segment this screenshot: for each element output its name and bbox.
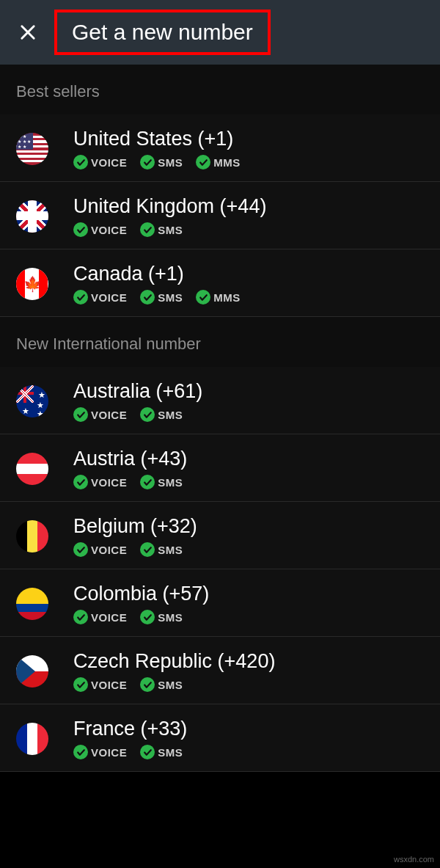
item-content: Austria (+43)VOICESMS <box>73 448 187 489</box>
check-icon <box>196 155 210 169</box>
feature-badge: VOICE <box>73 290 127 304</box>
item-content: United Kingdom (+44)VOICESMS <box>73 195 266 237</box>
feature-badge: SMS <box>140 155 183 169</box>
item-content: United States (+1)VOICESMSMMS <box>73 128 241 169</box>
country-list-item[interactable]: Belgium (+32)VOICESMS <box>0 502 440 569</box>
check-icon <box>73 610 88 624</box>
feature-label: SMS <box>158 476 183 489</box>
feature-label: SMS <box>158 156 183 169</box>
feature-badge: SMS <box>140 745 183 759</box>
feature-label: VOICE <box>91 746 127 759</box>
country-list-item[interactable]: Australia (+61)VOICESMS <box>0 367 440 434</box>
item-content: Canada (+1)VOICESMSMMS <box>73 263 241 304</box>
check-icon <box>73 677 88 692</box>
item-content: Australia (+61)VOICESMS <box>73 380 202 422</box>
country-list: Australia (+61)VOICESMSAustria (+43)VOIC… <box>0 367 440 772</box>
feature-label: VOICE <box>91 476 127 489</box>
features-row: VOICESMS <box>73 745 187 759</box>
features-row: VOICESMS <box>73 677 275 692</box>
feature-label: VOICE <box>91 679 127 691</box>
country-label: Belgium (+32) <box>73 515 197 538</box>
item-content: Belgium (+32)VOICESMS <box>73 515 197 557</box>
check-icon <box>73 475 88 489</box>
flag-icon <box>16 655 48 688</box>
check-icon <box>140 475 155 489</box>
country-list-item[interactable]: Austria (+43)VOICESMS <box>0 434 440 502</box>
country-list-item[interactable]: United States (+1)VOICESMSMMS <box>0 114 440 182</box>
country-list-item[interactable]: Canada (+1)VOICESMSMMS <box>0 249 440 317</box>
item-content: Czech Republic (+420)VOICESMS <box>73 650 275 692</box>
feature-badge: VOICE <box>73 610 127 624</box>
item-content: Colombia (+57)VOICESMS <box>73 583 209 624</box>
feature-label: VOICE <box>91 291 127 304</box>
feature-badge: SMS <box>140 290 183 304</box>
country-label: Canada (+1) <box>73 263 241 285</box>
feature-badge: VOICE <box>73 407 127 422</box>
feature-label: VOICE <box>91 409 127 421</box>
check-icon <box>140 745 155 759</box>
section-header: New International number <box>0 317 440 367</box>
check-icon <box>140 542 155 557</box>
country-label: United Kingdom (+44) <box>73 195 266 218</box>
feature-badge: MMS <box>196 290 241 304</box>
country-list: United States (+1)VOICESMSMMSUnited King… <box>0 114 440 317</box>
item-content: France (+33)VOICESMS <box>73 718 187 759</box>
check-icon <box>140 407 155 422</box>
page-title: Get a new number <box>72 20 253 45</box>
feature-label: SMS <box>158 291 183 304</box>
check-icon <box>140 290 155 304</box>
flag-icon <box>16 723 48 755</box>
feature-badge: SMS <box>140 475 183 489</box>
country-list-item[interactable]: Colombia (+57)VOICESMS <box>0 569 440 637</box>
country-list-item[interactable]: France (+33)VOICESMS <box>0 704 440 772</box>
flag-icon <box>16 453 48 485</box>
check-icon <box>73 222 88 237</box>
feature-badge: VOICE <box>73 542 127 557</box>
check-icon <box>73 407 88 422</box>
close-icon[interactable] <box>15 19 41 45</box>
check-icon <box>73 542 88 557</box>
flag-icon <box>16 520 48 552</box>
feature-label: SMS <box>158 409 183 421</box>
flag-icon <box>16 133 48 165</box>
features-row: VOICESMS <box>73 542 197 557</box>
feature-label: SMS <box>158 679 183 691</box>
country-label: Czech Republic (+420) <box>73 650 275 673</box>
country-list-item[interactable]: Czech Republic (+420)VOICESMS <box>0 637 440 704</box>
country-label: United States (+1) <box>73 128 241 150</box>
flag-icon <box>16 385 48 417</box>
features-row: VOICESMSMMS <box>73 155 241 169</box>
feature-label: VOICE <box>91 224 127 236</box>
app-header: Get a new number <box>0 0 440 65</box>
check-icon <box>140 610 155 624</box>
country-label: France (+33) <box>73 718 187 740</box>
feature-badge: VOICE <box>73 745 127 759</box>
check-icon <box>73 290 88 304</box>
feature-badge: SMS <box>140 677 183 692</box>
feature-label: SMS <box>158 544 183 556</box>
feature-label: SMS <box>158 224 183 236</box>
feature-label: MMS <box>213 156 241 169</box>
features-row: VOICESMS <box>73 407 202 422</box>
section-header: Best sellers <box>0 65 440 114</box>
feature-label: VOICE <box>91 611 127 624</box>
feature-label: MMS <box>213 291 241 304</box>
feature-badge: SMS <box>140 610 183 624</box>
country-label: Australia (+61) <box>73 380 202 403</box>
features-row: VOICESMSMMS <box>73 290 241 304</box>
feature-label: VOICE <box>91 544 127 556</box>
country-label: Austria (+43) <box>73 448 187 470</box>
country-label: Colombia (+57) <box>73 583 209 605</box>
feature-badge: SMS <box>140 407 183 422</box>
feature-badge: SMS <box>140 222 183 237</box>
feature-badge: VOICE <box>73 475 127 489</box>
flag-icon <box>16 588 48 620</box>
check-icon <box>140 677 155 692</box>
feature-badge: VOICE <box>73 155 127 169</box>
check-icon <box>140 155 155 169</box>
feature-label: SMS <box>158 611 183 624</box>
check-icon <box>73 155 88 169</box>
country-list-item[interactable]: United Kingdom (+44)VOICESMS <box>0 182 440 249</box>
feature-badge: MMS <box>196 155 241 169</box>
feature-label: VOICE <box>91 156 127 169</box>
